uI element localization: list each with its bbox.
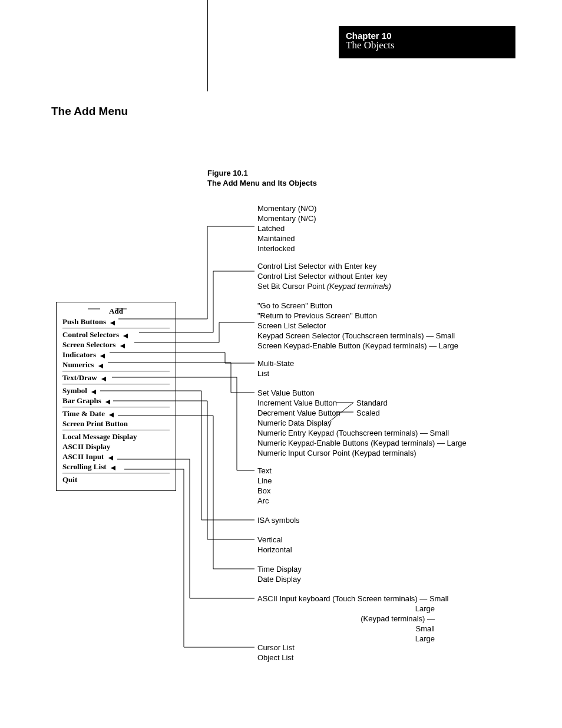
figure-title: The Add Menu and Its Objects: [207, 179, 317, 189]
text: Text: [257, 466, 272, 476]
menu-divider: [62, 328, 170, 328]
text: Numeric Data Display: [257, 418, 467, 428]
text: List: [257, 368, 294, 378]
menu-item-push-buttons[interactable]: Push Buttons: [62, 317, 170, 327]
menu-divider: [62, 407, 170, 407]
menu-item-indicators[interactable]: Indicators: [62, 350, 170, 360]
label: Symbol: [62, 386, 87, 395]
menu-item-time-date[interactable]: Time & Date: [62, 409, 170, 419]
chevron-left-icon: [123, 331, 128, 340]
chevron-left-icon: [100, 351, 105, 360]
label: Bar Graphs: [62, 396, 101, 405]
svg-marker-6: [91, 390, 96, 394]
group-push-buttons: Momentary (N/O) Momentary (N/C) Latched …: [257, 203, 316, 253]
text: Maintained: [257, 233, 316, 243]
text: Box: [257, 486, 272, 496]
menu-item-quit[interactable]: Quit: [62, 475, 170, 485]
group-symbol: ISA symbols: [257, 515, 300, 525]
group-time-date: Time Display Date Display: [257, 564, 302, 584]
menu-divider: [62, 384, 170, 384]
svg-marker-2: [120, 344, 125, 348]
text: Interlocked: [257, 243, 316, 253]
text: Scaled: [356, 408, 388, 418]
text: Horizontal: [257, 545, 292, 555]
menu-item-scrolling-list[interactable]: Scrolling List: [62, 462, 170, 472]
label: Numerics: [62, 360, 94, 369]
svg-marker-3: [100, 354, 105, 358]
text: Set Value Button: [257, 388, 467, 398]
menu-item-ascii-display[interactable]: ASCII Display: [62, 442, 170, 452]
menu-item-control-selectors[interactable]: Control Selectors: [62, 330, 170, 340]
text: Momentary (N/C): [257, 213, 316, 223]
chevron-left-icon: [98, 361, 104, 370]
menu-item-bar-graphs[interactable]: Bar Graphs: [62, 396, 170, 406]
text: Standard: [356, 398, 388, 408]
label: Time & Date: [62, 409, 105, 418]
menu-item-text-draw[interactable]: Text/Draw: [62, 373, 170, 383]
text: Large: [340, 604, 435, 614]
svg-marker-5: [101, 377, 106, 381]
chevron-left-icon: [120, 341, 125, 350]
menu-item-screen-selectors[interactable]: Screen Selectors: [62, 340, 170, 350]
group-scrolling-list: Cursor List Object List: [257, 643, 295, 663]
chevron-left-icon: [91, 387, 97, 396]
chevron-left-icon: [110, 318, 115, 327]
menu-item-symbol[interactable]: Symbol: [62, 386, 170, 396]
menu-divider: [62, 430, 170, 430]
svg-marker-10: [111, 466, 115, 470]
text: Control List Selector without Enter key: [257, 271, 391, 281]
chapter-title: The Objects: [346, 39, 508, 51]
text: Keypad Screen Selector (Touchscreen term…: [257, 331, 458, 341]
ascii-input-right-col: Large (Keypad terminals) — Small Large: [340, 604, 435, 644]
text: Control List Selector with Enter key: [257, 261, 391, 271]
chevron-left-icon: [101, 374, 107, 383]
label: Indicators: [62, 350, 96, 359]
numerics-standard-scaled: Standard Scaled: [356, 398, 388, 418]
text: Vertical: [257, 535, 292, 545]
group-screen-selectors: "Go to Screen" Button "Return to Previou…: [257, 301, 458, 351]
svg-marker-8: [109, 413, 114, 417]
chevron-left-icon: [109, 410, 114, 419]
menu-divider: [62, 371, 170, 371]
add-menu-title: Add: [62, 306, 170, 317]
label: ASCII Display: [62, 442, 110, 451]
figure-caption: Figure 10.1 The Add Menu and Its Objects: [207, 169, 317, 189]
text: "Return to Previous Screen" Button: [257, 311, 458, 321]
text: Large: [340, 634, 435, 644]
chevron-left-icon: [111, 463, 116, 472]
group-bar-graphs: Vertical Horizontal: [257, 535, 292, 555]
text: "Go to Screen" Button: [257, 301, 458, 311]
text: ASCII Input keyboard (Touch Screen termi…: [257, 594, 448, 604]
menu-item-ascii-input[interactable]: ASCII Input: [62, 452, 170, 462]
text: Cursor List: [257, 643, 295, 653]
svg-marker-7: [105, 400, 110, 404]
vertical-rule-top: [207, 0, 208, 91]
text: Multi-State: [257, 358, 294, 368]
label: Scrolling List: [62, 462, 107, 471]
text: Arc: [257, 496, 272, 506]
text: Date Display: [257, 574, 302, 584]
menu-item-screen-print[interactable]: Screen Print Button: [62, 419, 170, 429]
label: Control Selectors: [62, 330, 119, 339]
menu-item-numerics[interactable]: Numerics: [62, 360, 170, 370]
figure-number: Figure 10.1: [207, 169, 317, 179]
group-ascii-input: ASCII Input keyboard (Touch Screen termi…: [257, 594, 448, 604]
text: Screen List Selector: [257, 321, 458, 331]
text: Screen Keypad-Enable Button (Keypad term…: [257, 341, 458, 351]
text: Momentary (N/O): [257, 203, 316, 213]
chevron-left-icon: [108, 453, 114, 462]
text: Numeric Input Cursor Point (Keypad termi…: [257, 448, 467, 458]
menu-item-local-msg[interactable]: Local Message Display: [62, 431, 170, 442]
label: Screen Selectors: [62, 340, 115, 349]
svg-marker-9: [108, 456, 113, 460]
label: Text/Draw: [62, 373, 97, 382]
text: Latched: [257, 223, 316, 233]
label: Screen Print Button: [62, 419, 128, 428]
label: Push Buttons: [62, 317, 106, 326]
group-control-selectors: Control List Selector with Enter key Con…: [257, 261, 391, 291]
section-heading: The Add Menu: [51, 105, 128, 118]
chevron-left-icon: [105, 397, 111, 406]
label: Local Message Display: [62, 432, 137, 441]
svg-marker-4: [98, 364, 103, 368]
text: Set Bit Cursor Point (Keypad terminals): [257, 281, 391, 291]
